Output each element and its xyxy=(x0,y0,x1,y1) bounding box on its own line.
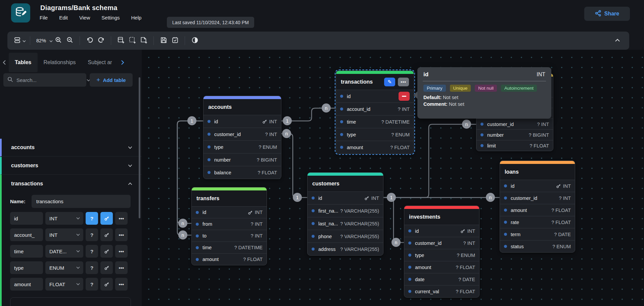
tabs-scroll-right-button[interactable] xyxy=(118,60,127,65)
delete-field-button[interactable] xyxy=(399,92,410,101)
tab-tables[interactable]: Tables xyxy=(9,53,38,72)
table-field-row[interactable]: balance? FLOAT xyxy=(203,166,281,179)
table-field-row[interactable]: customer_id? INT xyxy=(203,128,281,140)
table-field-row[interactable]: id xyxy=(336,90,414,102)
nullable-toggle[interactable]: ? xyxy=(86,228,98,241)
menu-help[interactable]: Help xyxy=(131,15,141,20)
nullable-toggle[interactable]: ? xyxy=(86,212,98,225)
field-more-button[interactable]: ••• xyxy=(115,212,128,225)
add-note-button[interactable] xyxy=(138,35,149,47)
table-field-row[interactable]: amount? FLOAT xyxy=(192,253,267,265)
table-field-row[interactable]: current_val? FLOAT xyxy=(404,285,479,297)
primary-key-toggle[interactable] xyxy=(100,261,113,274)
table-field-row[interactable]: id INT xyxy=(500,180,575,192)
table-field-row[interactable]: number ? BIGINT xyxy=(476,129,553,140)
edit-table-button[interactable]: ✎ xyxy=(384,78,395,86)
todo-button[interactable] xyxy=(169,35,181,47)
field-more-button[interactable]: ••• xyxy=(115,278,128,291)
field-type-select[interactable]: FLOAT xyxy=(45,278,83,291)
menu-file[interactable]: File xyxy=(40,15,48,20)
canvas-table-investments[interactable]: investments id INT customer_id? INT type… xyxy=(404,206,479,298)
add-table-tool-button[interactable] xyxy=(115,35,127,47)
nullable-toggle[interactable]: ? xyxy=(86,261,98,274)
zoom-out-button[interactable] xyxy=(64,35,76,47)
table-field-row[interactable]: type? ENUM xyxy=(336,128,414,141)
sidebar-scrollbar[interactable] xyxy=(139,77,140,218)
menu-edit[interactable]: Edit xyxy=(59,15,68,20)
table-field-row[interactable]: limit ? FLOAT xyxy=(476,140,553,151)
field-more-button[interactable]: ••• xyxy=(115,245,128,258)
table-field-row[interactable]: amount? FLOAT xyxy=(404,261,479,273)
comment-section[interactable]: Comment xyxy=(10,297,131,306)
canvas-table-transfers[interactable]: transfers id INT from? INT to? INT time?… xyxy=(191,187,267,265)
table-field-row[interactable]: id INT xyxy=(203,115,281,128)
field-name-input[interactable] xyxy=(10,261,43,274)
table-more-button[interactable]: ••• xyxy=(398,78,409,86)
menu-view[interactable]: View xyxy=(79,15,90,20)
search-input[interactable] xyxy=(16,77,83,83)
table-field-row[interactable]: status? ENUM xyxy=(500,240,575,252)
collapse-toolbar-button[interactable] xyxy=(612,35,623,47)
primary-key-toggle[interactable] xyxy=(100,245,113,258)
field-name-input[interactable] xyxy=(10,228,43,241)
save-button[interactable] xyxy=(158,35,169,47)
table-field-row[interactable]: date? DATE xyxy=(404,273,479,285)
zoom-in-button[interactable] xyxy=(53,35,64,47)
table-field-row[interactable]: type? ENUM xyxy=(203,140,281,153)
field-type-select[interactable]: ENUM xyxy=(45,261,83,274)
field-type-select[interactable]: INT xyxy=(45,228,83,241)
canvas-table-transactions[interactable]: transactions ✎ ••• id account_id? INT ti… xyxy=(336,71,414,154)
table-field-row[interactable]: phone? VARCHAR(255) xyxy=(308,230,383,243)
field-type-select[interactable]: DATE... xyxy=(45,245,83,258)
table-field-row[interactable]: customer_id? INT xyxy=(404,237,479,249)
table-field-row[interactable]: first_na...? VARCHAR(255) xyxy=(308,204,383,217)
add-table-button[interactable]: + Add table xyxy=(90,73,133,87)
field-name-input[interactable] xyxy=(10,212,43,225)
table-field-row[interactable]: id INT xyxy=(404,225,479,237)
table-field-row[interactable]: rate? FLOAT xyxy=(500,216,575,228)
sidebar-item-customers[interactable]: customers xyxy=(0,157,142,175)
redo-button[interactable] xyxy=(95,35,107,47)
table-search[interactable] xyxy=(3,73,86,87)
table-field-row[interactable]: from? INT xyxy=(192,218,267,230)
primary-key-toggle[interactable] xyxy=(100,212,113,225)
canvas-table-loans[interactable]: loans id INT customer_id? INT amount? FL… xyxy=(500,161,575,253)
tab-relationships[interactable]: Relationships xyxy=(38,53,82,72)
canvas-table-accounts[interactable]: accounts id INT customer_id? INT type? E… xyxy=(203,96,281,179)
share-button[interactable]: Share xyxy=(584,7,630,21)
undo-button[interactable] xyxy=(84,35,95,47)
primary-key-toggle[interactable] xyxy=(100,228,113,241)
table-field-row[interactable]: id INT xyxy=(192,206,267,218)
theme-toggle-button[interactable] xyxy=(189,35,200,47)
menu-settings[interactable]: Settings xyxy=(101,15,120,20)
field-more-button[interactable]: ••• xyxy=(115,228,128,241)
table-field-row[interactable]: id INT xyxy=(308,191,383,204)
table-name-input[interactable] xyxy=(32,195,131,208)
field-type-select[interactable]: INT xyxy=(45,212,83,225)
table-field-row[interactable]: term? DATE xyxy=(500,228,575,240)
view-mode-button[interactable] xyxy=(13,35,26,47)
sidebar-item-accounts[interactable]: accounts xyxy=(0,139,142,157)
table-field-row[interactable]: number? BIGINT xyxy=(203,153,281,166)
nullable-toggle[interactable]: ? xyxy=(86,278,98,291)
table-field-row[interactable]: to? INT xyxy=(192,230,267,242)
field-name-input[interactable] xyxy=(10,245,43,258)
table-field-row[interactable]: type? ENUM xyxy=(404,249,479,261)
table-field-row[interactable]: address? VARCHAR(255) xyxy=(308,243,383,255)
tabs-scroll-left-button[interactable] xyxy=(0,60,9,65)
nullable-toggle[interactable]: ? xyxy=(86,245,98,258)
table-field-row[interactable]: customer_id ? INT xyxy=(476,119,553,129)
table-field-row[interactable]: account_id? INT xyxy=(336,102,414,115)
canvas-table-customers[interactable]: customers id INT first_na...? VARCHAR(25… xyxy=(307,172,383,256)
add-area-button[interactable] xyxy=(127,35,138,47)
table-field-row[interactable]: last_na...? VARCHAR(255) xyxy=(308,217,383,230)
table-field-row[interactable]: time? DATETIME xyxy=(192,242,267,253)
field-more-button[interactable]: ••• xyxy=(115,261,128,274)
table-field-row[interactable]: amount? FLOAT xyxy=(500,204,575,216)
zoom-level-dropdown[interactable]: 82% xyxy=(34,35,53,47)
table-field-row[interactable]: time? DATETIME xyxy=(336,115,414,128)
primary-key-toggle[interactable] xyxy=(100,278,113,291)
tab-subject-areas[interactable]: Subject ar xyxy=(82,53,118,72)
field-name-input[interactable] xyxy=(10,278,43,291)
table-field-row[interactable]: amount? FLOAT xyxy=(336,141,414,154)
